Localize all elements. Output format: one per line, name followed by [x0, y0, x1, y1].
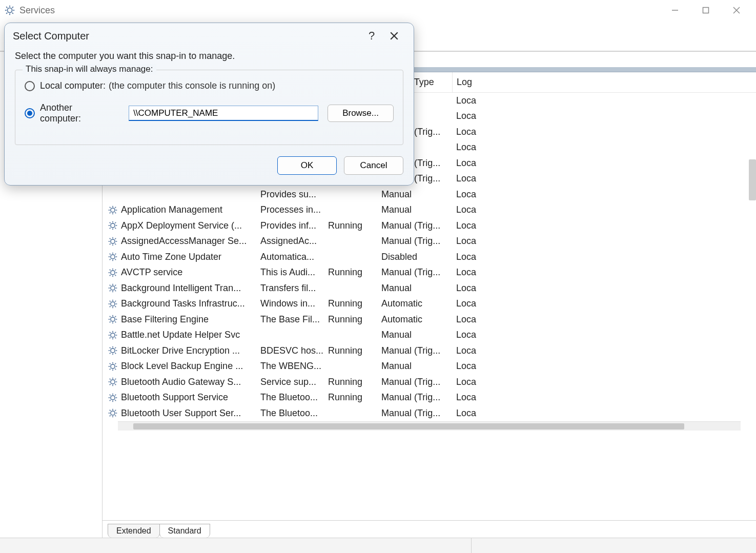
cell-logon: Loca	[452, 252, 483, 262]
cell-startup: Manual (Trig...	[377, 267, 452, 278]
cell-description: Windows in...	[256, 298, 324, 309]
cell-startup: Manual (Trig...	[377, 345, 452, 356]
table-row[interactable]: AppX Deployment Service (...Provides inf…	[103, 218, 756, 234]
table-row[interactable]: Application ManagementProcesses in...Man…	[103, 202, 756, 218]
maximize-button[interactable]	[690, 0, 721, 21]
cell-description: Provides su...	[256, 189, 324, 200]
cell-description: This is Audi...	[256, 267, 324, 278]
cell-startup: Disabled	[377, 252, 452, 262]
svg-rect-10	[703, 8, 709, 13]
cell-startup: Manual	[377, 189, 452, 200]
radio-local[interactable]	[25, 81, 35, 91]
fieldset-legend: This snap-in will always manage:	[23, 64, 156, 74]
minimize-button[interactable]	[660, 0, 690, 21]
dialog-titlebar: Select Computer ?	[5, 23, 414, 49]
cell-logon: Loca	[452, 220, 483, 231]
cell-description: Service sup...	[256, 377, 324, 387]
radio-another[interactable]	[25, 108, 35, 118]
cell-startup: Manual	[377, 361, 452, 372]
cell-logon: Loca	[452, 361, 483, 372]
radio-local-row[interactable]: Local computer: (the computer this conso…	[25, 80, 394, 91]
cell-logon: Loca	[452, 408, 483, 419]
browse-button[interactable]: Browse...	[328, 105, 394, 122]
cell-description: BDESVC hos...	[256, 345, 324, 356]
table-row[interactable]: Bluetooth User Support Ser...The Bluetoo…	[103, 405, 756, 421]
cell-status: Running	[324, 314, 377, 325]
table-row[interactable]: Auto Time Zone UpdaterAutomatica...Disab…	[103, 249, 756, 265]
gear-icon	[108, 205, 118, 215]
cell-startup: Manual (Trig...	[377, 236, 452, 247]
cell-startup: Manual	[377, 330, 452, 340]
dialog-close-button[interactable]	[383, 25, 405, 47]
cell-name: Battle.net Update Helper Svc	[103, 330, 256, 340]
table-row[interactable]: Battle.net Update Helper SvcManualLoca	[103, 327, 756, 343]
horizontal-scrollbar[interactable]	[118, 421, 741, 431]
cell-startup: Manual	[377, 204, 452, 215]
table-row[interactable]: AVCTP serviceThis is Audi...RunningManua…	[103, 265, 756, 281]
table-row[interactable]: BitLocker Drive Encryption ...BDESVC hos…	[103, 343, 756, 359]
cell-name: Bluetooth Support Service	[103, 392, 256, 403]
manage-fieldset: This snap-in will always manage: Local c…	[15, 70, 403, 145]
cell-description: Transfers fil...	[256, 283, 324, 294]
cell-name: Bluetooth User Support Ser...	[103, 408, 256, 419]
computer-name-input[interactable]	[129, 106, 318, 121]
ok-button[interactable]: OK	[277, 156, 337, 175]
cell-name: Block Level Backup Engine ...	[103, 361, 256, 372]
gear-icon	[108, 377, 118, 387]
cell-description: Processes in...	[256, 204, 324, 215]
gear-icon	[108, 299, 118, 309]
titlebar: Services	[0, 0, 756, 21]
gear-icon	[4, 5, 15, 16]
cell-startup: Manual (Trig...	[377, 377, 452, 387]
cell-status: Running	[324, 298, 377, 309]
gear-icon	[108, 220, 118, 231]
table-row[interactable]: Bluetooth Audio Gateway S...Service sup.…	[103, 374, 756, 390]
radio-another-row[interactable]: Another computer: Browse...	[25, 103, 394, 124]
cell-logon: Loca	[452, 377, 483, 387]
table-row[interactable]: Block Level Backup Engine ...The WBENG..…	[103, 359, 756, 375]
cancel-button[interactable]: Cancel	[344, 156, 403, 175]
table-row[interactable]: AssignedAccessManager Se...AssignedAc...…	[103, 234, 756, 250]
table-row[interactable]: Bluetooth Support ServiceThe Bluetoo...R…	[103, 390, 756, 406]
dialog-description: Select the computer you want this snap-i…	[15, 51, 403, 62]
select-computer-dialog: Select Computer ? Select the computer yo…	[4, 23, 414, 186]
statusbar	[0, 538, 756, 553]
cell-logon: Loca	[452, 127, 483, 137]
header-logon[interactable]: Log	[452, 72, 483, 92]
cell-status: Running	[324, 345, 377, 356]
cell-status: Running	[324, 267, 377, 278]
cell-logon: Loca	[452, 314, 483, 325]
table-row[interactable]: ...Provides su...ManualLoca	[103, 187, 756, 202]
cell-name: Background Intelligent Tran...	[103, 283, 256, 294]
cell-description: Automatica...	[256, 252, 324, 262]
cell-name: Bluetooth Audio Gateway S...	[103, 377, 256, 387]
gear-icon	[108, 361, 118, 372]
radio-local-label: Local computer:	[40, 80, 106, 91]
cell-logon: Loca	[452, 204, 483, 215]
table-row[interactable]: Base Filtering EngineThe Base Fil...Runn…	[103, 312, 756, 327]
cell-name: Base Filtering Engine	[103, 314, 256, 325]
cell-name: AVCTP service	[103, 267, 256, 278]
cell-logon: Loca	[452, 236, 483, 247]
cell-startup: Manual (Trig...	[377, 392, 452, 403]
scrollbar-thumb[interactable]	[133, 423, 684, 429]
gear-icon	[108, 330, 118, 340]
cell-description: The Bluetoo...	[256, 392, 324, 403]
close-button[interactable]	[721, 0, 752, 21]
gear-icon	[108, 268, 118, 278]
table-row[interactable]: Background Tasks Infrastruc...Windows in…	[103, 296, 756, 312]
tab-standard[interactable]: Standard	[159, 524, 210, 538]
radio-local-note: (the computer this console is running on…	[109, 80, 275, 91]
cell-name: AssignedAccessManager Se...	[103, 236, 256, 247]
cell-logon: Loca	[452, 173, 483, 184]
cell-logon: Loca	[452, 345, 483, 356]
cell-name: Auto Time Zone Updater	[103, 252, 256, 262]
cell-logon: Loca	[452, 330, 483, 340]
cell-logon: Loca	[452, 189, 483, 200]
cell-description: The Base Fil...	[256, 314, 324, 325]
tab-extended[interactable]: Extended	[108, 524, 160, 538]
cell-description: The WBENG...	[256, 361, 324, 372]
gear-icon	[108, 283, 118, 293]
table-row[interactable]: Background Intelligent Tran...Transfers …	[103, 280, 756, 296]
help-button[interactable]: ?	[360, 25, 383, 47]
